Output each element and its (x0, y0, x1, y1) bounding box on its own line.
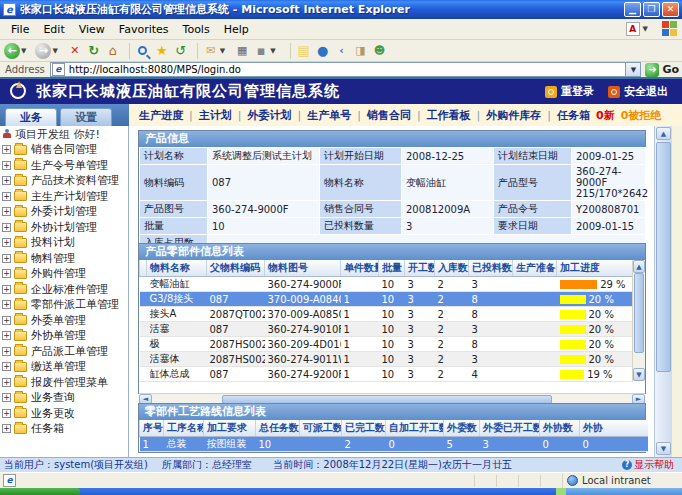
expand-plus-icon[interactable]: + (2, 347, 11, 356)
table-header-cell[interactable]: 加工进度 (557, 260, 633, 277)
nav-item-3[interactable]: 生产单号 (307, 108, 351, 123)
buddy-button[interactable]: ☻ (372, 43, 388, 59)
menu-item-favorites[interactable]: Favorites (112, 21, 176, 38)
page-v-scrollbar[interactable]: ▲ ▼ (654, 126, 672, 457)
expand-plus-icon[interactable]: + (2, 316, 11, 325)
table-header-cell[interactable]: 批量 (379, 260, 405, 277)
refresh-button[interactable]: ↻ (86, 43, 102, 59)
acrobat-icon[interactable]: A (626, 22, 640, 36)
chevron-down-icon[interactable]: ▼ (220, 47, 225, 55)
sidebar-item-1[interactable]: +生产令号单管理 (0, 158, 128, 174)
close-button[interactable]: ✕ (662, 2, 679, 17)
parts-v-thumb[interactable] (634, 273, 644, 353)
nav-item-0[interactable]: 生产进度 (139, 108, 183, 123)
discuss-button[interactable]: ▤ (296, 43, 312, 59)
address-input[interactable] (50, 62, 627, 77)
expand-plus-icon[interactable]: + (2, 424, 11, 433)
table-row[interactable]: 接头A2087QT002370-009-A085011032820 % (140, 307, 633, 322)
table-header-cell[interactable]: 工序名称 (164, 420, 204, 437)
start-button[interactable] (0, 488, 80, 495)
back-button[interactable]: ←▼ (4, 43, 32, 59)
table-header-cell[interactable]: 已完工数 (342, 420, 386, 437)
page-scroll-thumb[interactable] (656, 142, 671, 372)
expand-plus-icon[interactable]: + (2, 409, 11, 418)
tab-settings[interactable]: 设置 (60, 108, 112, 126)
table-row[interactable]: 活塞体2087HS002360-274-9011W11032320 % (140, 352, 633, 367)
table-header-cell[interactable]: 物料名称 (147, 260, 207, 277)
mail-button[interactable]: ✉▼ (203, 43, 231, 59)
sidebar-item-4[interactable]: +外委计划管理 (0, 204, 128, 220)
home-button[interactable]: ⌂ (105, 43, 121, 59)
table-header-cell[interactable]: 自加工开工数 (386, 420, 444, 437)
favorites-button[interactable]: ★ (154, 43, 170, 59)
expand-plus-icon[interactable]: + (2, 393, 11, 402)
table-header-cell[interactable]: 生产准备 (513, 260, 557, 277)
table-header-cell[interactable]: 父物料编码 (207, 260, 265, 277)
search-button[interactable] (135, 43, 151, 59)
history-button[interactable]: ↺ (173, 43, 189, 59)
expand-plus-icon[interactable]: + (2, 192, 11, 201)
table-header-cell[interactable]: 序号 (140, 420, 164, 437)
nav-item-2[interactable]: 外委计划 (247, 108, 291, 123)
tab-business[interactable]: 业务 (5, 108, 57, 126)
table-header-cell[interactable]: 外委已开工数 (480, 420, 540, 437)
menu-item-file[interactable]: File (4, 21, 36, 38)
menu-item-view[interactable]: View (72, 21, 112, 38)
expand-plus-icon[interactable]: + (2, 176, 11, 185)
sidebar-item-10[interactable]: +零部件派工单管理 (0, 297, 128, 313)
sidebar-item-12[interactable]: +外协单管理 (0, 328, 128, 344)
menu-item-tools[interactable]: Tools (176, 21, 217, 38)
chevron-down-icon[interactable]: ▼ (21, 47, 26, 55)
minimize-button[interactable]: ▁ (624, 2, 641, 17)
expand-plus-icon[interactable]: + (2, 378, 11, 387)
nav-item-4[interactable]: 销售合同 (367, 108, 411, 123)
expand-plus-icon[interactable]: + (2, 207, 11, 216)
address-dropdown-icon[interactable]: ▼ (626, 62, 641, 77)
sidebar-item-3[interactable]: +主生产计划管理 (0, 189, 128, 205)
table-header-cell[interactable]: 单件数量 (341, 260, 379, 277)
acrobat-dropdown-icon[interactable]: ▼ (643, 25, 648, 33)
page-scroll-up-icon[interactable]: ▲ (656, 127, 671, 140)
table-row[interactable]: 活塞087360-274-9010F11032320 % (140, 322, 633, 337)
table-row[interactable]: 变幅油缸360-274-9000F1032329 % (140, 277, 633, 292)
messenger-globe-button[interactable]: ● (315, 43, 331, 59)
expand-plus-icon[interactable]: + (2, 145, 11, 154)
expand-plus-icon[interactable]: + (2, 269, 11, 278)
sidebar-item-11[interactable]: +外委单管理 (0, 313, 128, 329)
parts-v-scrollbar[interactable]: ▲ ▼ (632, 260, 645, 381)
table-header-cell[interactable]: 已投料数 (469, 260, 513, 277)
table-header-cell[interactable]: 加工要求 (204, 420, 256, 437)
chevron-down-icon[interactable]: ▼ (52, 47, 57, 55)
expand-plus-icon[interactable]: + (2, 238, 11, 247)
stop-button[interactable]: ✕ (67, 43, 83, 59)
table-header-cell[interactable]: 外委数 (444, 420, 480, 437)
table-row[interactable]: 1总装按图组装10205300 (140, 437, 648, 452)
table-row[interactable]: G3/8接头087370-009-A084011032820 % (140, 292, 633, 307)
expand-plus-icon[interactable]: + (2, 285, 11, 294)
sidebar-item-8[interactable]: +外购件管理 (0, 266, 128, 282)
sidebar-item-6[interactable]: +投料计划 (0, 235, 128, 251)
nav-item-6[interactable]: 外购件库存 (486, 108, 541, 123)
nav-item-5[interactable]: 工作看板 (427, 108, 471, 123)
expand-plus-icon[interactable]: + (2, 331, 11, 340)
forward-button[interactable]: →▼ (35, 43, 63, 59)
nav-item-7[interactable]: 任务箱 (557, 108, 590, 123)
menu-item-edit[interactable]: Edit (36, 21, 71, 38)
sidebar-item-17[interactable]: +业务更改 (0, 406, 128, 422)
scroll-down-icon[interactable]: ▼ (633, 368, 645, 381)
chevron-down-icon[interactable]: ▼ (270, 47, 275, 55)
sidebar-item-14[interactable]: +缴送单管理 (0, 359, 128, 375)
sidebar-item-2[interactable]: +产品技术资料管理 (0, 173, 128, 189)
expand-plus-icon[interactable]: + (2, 223, 11, 232)
maximize-button[interactable]: ❐ (643, 2, 660, 17)
print-button[interactable]: ▦ (234, 43, 250, 59)
sidebar-item-13[interactable]: +产品派工单管理 (0, 344, 128, 360)
expand-plus-icon[interactable]: + (2, 254, 11, 263)
expand-plus-icon[interactable]: + (2, 161, 11, 170)
table-header-cell[interactable]: 外协数 (540, 420, 580, 437)
table-header-cell[interactable]: 可派工数 (300, 420, 342, 437)
sidebar-item-18[interactable]: +任务箱 (0, 421, 128, 437)
sidebar-item-16[interactable]: +业务查询 (0, 390, 128, 406)
table-header-cell[interactable]: 入库数 (435, 260, 469, 277)
quick-launch-button[interactable]: ‹ (334, 43, 350, 59)
